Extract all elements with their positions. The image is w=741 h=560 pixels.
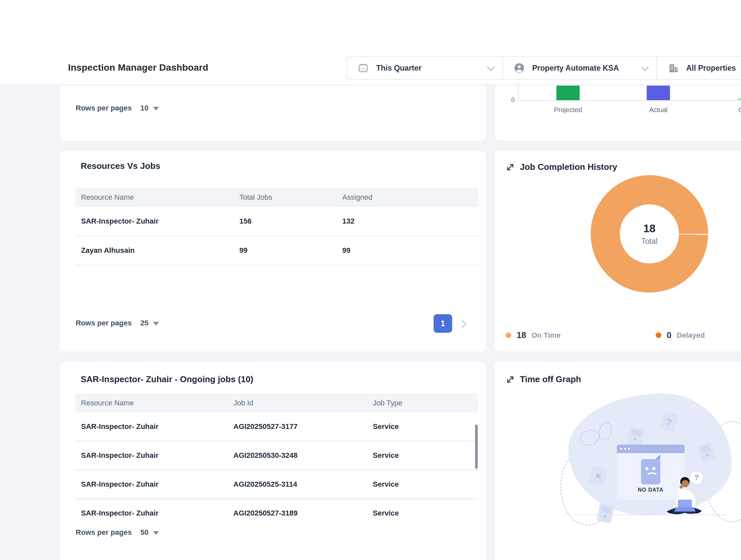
x-label-cutoff-fragment: C — [738, 106, 741, 114]
ground-line — [574, 514, 727, 515]
rows-per-page-value: 25 — [140, 319, 148, 327]
table-row[interactable]: Zayan Alhusain 99 99 — [75, 236, 478, 265]
cell-resource-name: SAR-Inspector- Zuhair — [75, 422, 233, 431]
page-title: Inspection Manager Dashboard — [68, 62, 208, 73]
rows-per-page-control[interactable]: Rows per pages 10 — [76, 104, 159, 112]
y-axis-line — [518, 86, 519, 100]
x-label-actual: Actual — [635, 106, 682, 114]
period-select-value: This Quarter — [376, 64, 422, 73]
card-title: Time off Graph — [520, 374, 581, 385]
column-job-type: Job Type — [373, 399, 459, 407]
rows-per-page-label: Rows per pages — [76, 528, 132, 537]
donut-chart[interactable]: 18 Total — [591, 175, 708, 293]
card-title: SAR-Inspector- Zuhair - Ongoing jobs (10… — [81, 374, 253, 385]
cell-job-type: Service — [373, 451, 459, 460]
rows-per-page-control[interactable]: Rows per pages 50 — [76, 528, 159, 537]
table-row[interactable]: SAR-Inspector- Zuhair 156 132 — [75, 207, 478, 236]
column-resource-name: Resource Name — [75, 399, 233, 407]
dropdown-triangle-icon — [153, 107, 159, 110]
properties-select[interactable]: All Properties — [657, 57, 741, 79]
projected-actual-chart-card: 0 Projected Actual C — [495, 86, 741, 141]
column-resource-name: Resource Name — [75, 193, 240, 202]
column-job-id: Job Id — [233, 399, 373, 407]
jobs-overview-card: Rows per pages 10 — [60, 86, 486, 141]
cell-job-id: AGI20250527-3189 — [233, 509, 373, 517]
table-row[interactable]: SAR-Inspector- Zuhair AGI20250530-3248 S… — [75, 442, 478, 469]
bar-third-partial — [738, 98, 741, 100]
y-axis-tick-0: 0 — [506, 96, 515, 103]
cell-resource-name: SAR-Inspector- Zuhair — [75, 480, 233, 489]
bar-projected[interactable] — [556, 86, 580, 100]
donut-total-label: Total — [642, 237, 658, 246]
user-icon — [514, 62, 525, 74]
chevron-down-icon — [487, 63, 495, 71]
card-title: Resources Vs Jobs — [81, 161, 160, 171]
cell-resource-name: Zayan Alhusain — [75, 246, 240, 255]
legend-label: On Time — [532, 331, 561, 340]
column-total-jobs: Total Jobs — [240, 193, 342, 202]
x-label-projected: Projected — [545, 106, 591, 114]
account-select[interactable]: Property Automate KSA — [503, 57, 657, 79]
job-completion-history-card: Job Completion History 18 Total 18 On Ti… — [495, 151, 741, 352]
cell-total-jobs: 156 — [240, 217, 342, 226]
rows-per-page-value: 10 — [140, 104, 148, 112]
table-header: Resource Name Total Jobs Assigned — [75, 188, 478, 207]
chevron-down-icon — [641, 63, 649, 71]
bar-actual[interactable] — [647, 86, 670, 100]
cell-job-id: AGI20250525-3114 — [233, 480, 373, 489]
person-with-laptop-graphic — [665, 474, 704, 517]
legend-label: Delayed — [677, 331, 704, 340]
pagination-next-icon[interactable] — [458, 320, 466, 328]
cell-resource-name: SAR-Inspector- Zuhair — [75, 509, 233, 517]
legend-on-time: 18 On Time — [506, 330, 561, 340]
legend-value: 0 — [667, 330, 671, 340]
cell-assigned: 99 — [342, 246, 442, 255]
rows-per-page-control[interactable]: Rows per pages 25 — [76, 319, 159, 327]
cell-total-jobs: 99 — [240, 246, 342, 255]
cell-job-type: Service — [373, 509, 459, 517]
pagination-page-1[interactable]: 1 — [433, 314, 452, 333]
buildings-icon — [668, 62, 679, 74]
rows-per-page-label: Rows per pages — [76, 104, 132, 112]
rows-per-page-value: 50 — [140, 528, 148, 537]
legend-value: 18 — [517, 330, 526, 340]
table-row[interactable]: SAR-Inspector- Zuhair AGI20250527-3177 S… — [75, 413, 478, 441]
cell-job-id: AGI20250527-3177 — [233, 422, 373, 431]
period-select[interactable]: This Quarter — [347, 57, 503, 79]
header-filter-bar: This Quarter Property Automate KSA — [346, 56, 741, 80]
resources-vs-jobs-card: Resources Vs Jobs Resource Name Total Jo… — [60, 151, 486, 352]
expand-icon[interactable] — [505, 374, 516, 385]
calendar-icon — [357, 62, 369, 74]
account-select-value: Property Automate KSA — [532, 64, 619, 73]
inspection-manager-dashboard: Inspection Manager Dashboard This Quarte… — [0, 0, 741, 560]
x-axis-line — [518, 100, 741, 101]
row-divider — [75, 265, 478, 265]
card-title: Job Completion History — [520, 162, 617, 172]
dropdown-triangle-icon — [153, 322, 159, 325]
cell-assigned: 132 — [342, 217, 442, 226]
properties-select-value: All Properties — [686, 64, 736, 73]
expand-icon[interactable] — [505, 162, 516, 172]
page-number: 1 — [441, 319, 445, 328]
cell-job-id: AGI20250530-3248 — [233, 451, 373, 460]
table-row[interactable]: SAR-Inspector- Zuhair AGI20250525-3114 S… — [75, 470, 478, 498]
donut-total-value: 18 — [644, 222, 656, 235]
rows-per-page-label: Rows per pages — [76, 319, 132, 327]
legend-dot-on-time — [506, 332, 511, 338]
cell-resource-name: SAR-Inspector- Zuhair — [75, 217, 240, 226]
dropdown-triangle-icon — [153, 531, 159, 535]
legend-dot-delayed — [656, 332, 661, 338]
cell-job-type: Service — [373, 480, 459, 489]
legend-delayed: 0 Delayed — [656, 330, 705, 340]
cell-resource-name: SAR-Inspector- Zuhair — [75, 451, 233, 460]
browser-titlebar — [617, 445, 685, 453]
table-scrollbar[interactable] — [475, 425, 478, 469]
column-assigned: Assigned — [342, 193, 442, 202]
table-header: Resource Name Job Id Job Type — [75, 393, 478, 413]
donut-center: 18 Total — [620, 205, 679, 263]
sad-document-icon — [641, 459, 660, 484]
cell-job-type: Service — [373, 422, 459, 431]
table-row[interactable]: SAR-Inspector- Zuhair AGI20250527-3189 S… — [75, 499, 478, 527]
ongoing-jobs-card: SAR-Inspector- Zuhair - Ongoing jobs (10… — [60, 362, 486, 560]
